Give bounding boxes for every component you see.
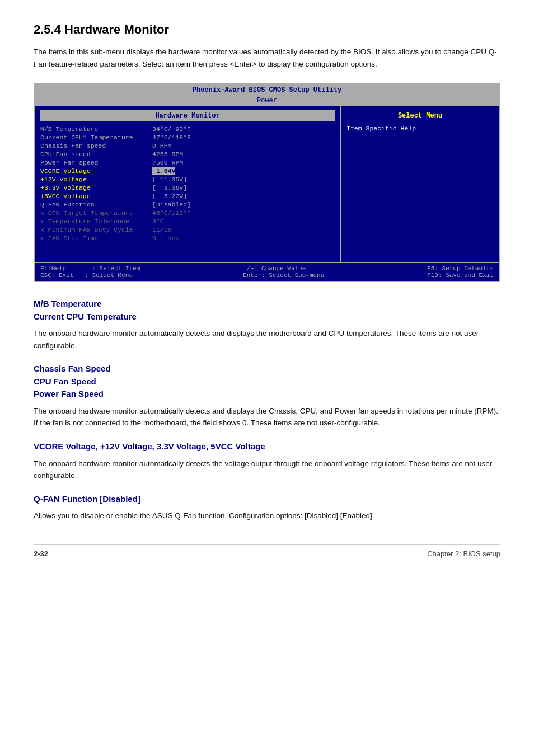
bios-value-33v: [ 3.36V] bbox=[152, 184, 187, 191]
bios-value-vcore: 1.64V bbox=[152, 167, 175, 175]
bios-value-cpu-temp: 47°C/118°F bbox=[152, 134, 191, 141]
bios-footer-f10: F10: Save and Exit bbox=[427, 272, 494, 279]
bios-value-12v: [ 11.35V] bbox=[152, 176, 187, 183]
bios-left-header: Hardware Monitor bbox=[40, 110, 335, 121]
bios-footer-f5: F5: Setup Defaults bbox=[427, 265, 494, 272]
bios-footer-esc: ESC: Exit : Select Menu bbox=[40, 272, 140, 279]
page-title: 2.5.4 Hardware Monitor bbox=[34, 22, 500, 37]
intro-text: The items in this sub-menu displays the … bbox=[34, 46, 500, 70]
bios-value-power-fan: 7500 RPM bbox=[152, 159, 183, 166]
bios-value-5vcc: [ 5.22V] bbox=[152, 192, 187, 200]
section-body-fan-speed: The onboard hardware monitor automatical… bbox=[34, 405, 500, 429]
bios-row-min-fan: x Minimum FAN Duty Cycle 11/16 bbox=[40, 226, 335, 234]
bios-footer-mid: -/+: Change Value Enter: Select Sub-menu bbox=[243, 265, 324, 279]
bios-label-5vcc: +5VCC Voltage bbox=[40, 192, 152, 200]
bios-label-12v: +12V Voltage bbox=[40, 176, 152, 183]
section-heading-mb-temp: M/B TemperatureCurrent CPU Temperature bbox=[34, 298, 500, 323]
bios-row-chassis-fan: Chassis Fan speed 0 RPM bbox=[40, 142, 335, 150]
bios-title-bar: Phoenix-Award BIOS CMOS Setup Utility bbox=[35, 84, 499, 96]
bios-value-cpu-fan: 4265 RPM bbox=[152, 151, 183, 158]
bios-footer-f1: F1:Help : Select Item bbox=[40, 265, 140, 272]
bios-value-qfan: [Disabled] bbox=[152, 201, 191, 208]
bios-row-temp-tol: x Temperature Tolerance 3°C bbox=[40, 217, 335, 226]
bios-value-temp-tol: 3°C bbox=[152, 218, 164, 225]
section-heading-vcore: VCORE Voltage, +12V Voltage, 3.3V Voltag… bbox=[34, 440, 500, 453]
section-heading-fan-speed: Chassis Fan SpeedCPU Fan SpeedPower Fan … bbox=[34, 363, 500, 401]
bios-label-power-fan: Power Fan speed bbox=[40, 159, 152, 166]
bios-label-33v: +3.3V Voltage bbox=[40, 184, 152, 191]
bios-row-qfan: Q-FAN Function [Disabled] bbox=[40, 200, 335, 209]
bios-row-12v: +12V Voltage [ 11.35V] bbox=[40, 175, 335, 184]
bios-row-mb-temp: M/B Temperature 34°C/ 93°F bbox=[40, 125, 335, 133]
bios-row-cpu-target: x CPU Target Temperature 45°C/113°F bbox=[40, 209, 335, 217]
bios-menu-bar: Power bbox=[35, 96, 499, 106]
page-footer: 2-32 Chapter 2: BIOS setup bbox=[34, 544, 500, 558]
bios-help-text: Item Specific Help bbox=[346, 125, 494, 132]
bios-row-cpu-temp: Current CPU1 Temperature 47°C/118°F bbox=[40, 133, 335, 142]
bios-value-fan-step: 0.1 sec bbox=[152, 234, 179, 242]
chapter-label: Chapter 2: BIOS setup bbox=[427, 550, 500, 558]
bios-label-min-fan: x Minimum FAN Duty Cycle bbox=[40, 226, 152, 233]
section-body-qfan: Allows you to disable or enable the ASUS… bbox=[34, 510, 500, 522]
section-heading-qfan: Q-FAN Function [Disabled] bbox=[34, 493, 500, 506]
bios-label-cpu-fan: CPU Fan speed bbox=[40, 151, 152, 158]
bios-footer-change: -/+: Change Value bbox=[243, 265, 324, 272]
bios-label-qfan: Q-FAN Function bbox=[40, 201, 152, 208]
bios-label-cpu-temp: Current CPU1 Temperature bbox=[40, 134, 152, 141]
bios-screenshot: Phoenix-Award BIOS CMOS Setup Utility Po… bbox=[34, 83, 500, 282]
section-body-vcore: The onboard hardware monitor automatical… bbox=[34, 458, 500, 482]
bios-body: Hardware Monitor M/B Temperature 34°C/ 9… bbox=[35, 106, 499, 262]
bios-value-chassis-fan: 0 RPM bbox=[152, 142, 172, 149]
bios-footer-right: F5: Setup Defaults F10: Save and Exit bbox=[427, 265, 494, 279]
bios-footer-left: F1:Help : Select Item ESC: Exit : Select… bbox=[40, 265, 140, 279]
bios-row-5vcc: +5VCC Voltage [ 5.22V] bbox=[40, 192, 335, 200]
bios-right-header: Select Menu bbox=[346, 110, 494, 121]
bios-label-cpu-target: x CPU Target Temperature bbox=[40, 209, 152, 217]
bios-label-chassis-fan: Chassis Fan speed bbox=[40, 142, 152, 149]
bios-right-panel: Select Menu Item Specific Help bbox=[340, 106, 499, 262]
bios-row-cpu-fan: CPU Fan speed 4265 RPM bbox=[40, 150, 335, 158]
bios-label-temp-tol: x Temperature Tolerance bbox=[40, 218, 152, 225]
bios-label-fan-step: x FAN Step Time bbox=[40, 234, 152, 242]
bios-footer: F1:Help : Select Item ESC: Exit : Select… bbox=[35, 262, 499, 281]
bios-footer-enter: Enter: Select Sub-menu bbox=[243, 272, 324, 279]
page-number: 2-32 bbox=[34, 550, 48, 558]
section-body-mb-temp: The onboard hardware monitor automatical… bbox=[34, 327, 500, 351]
bios-value-mb-temp: 34°C/ 93°F bbox=[152, 125, 191, 133]
bios-value-min-fan: 11/16 bbox=[152, 226, 172, 233]
bios-row-33v: +3.3V Voltage [ 3.36V] bbox=[40, 184, 335, 192]
bios-value-cpu-target: 45°C/113°F bbox=[152, 209, 191, 217]
bios-left-panel: Hardware Monitor M/B Temperature 34°C/ 9… bbox=[35, 106, 340, 262]
bios-label-vcore: VCORE Voltage bbox=[40, 167, 152, 175]
bios-row-vcore: VCORE Voltage 1.64V bbox=[40, 167, 335, 175]
bios-label-mb-temp: M/B Temperature bbox=[40, 125, 152, 133]
bios-row-power-fan: Power Fan speed 7500 RPM bbox=[40, 158, 335, 167]
bios-row-fan-step: x FAN Step Time 0.1 sec bbox=[40, 234, 335, 242]
